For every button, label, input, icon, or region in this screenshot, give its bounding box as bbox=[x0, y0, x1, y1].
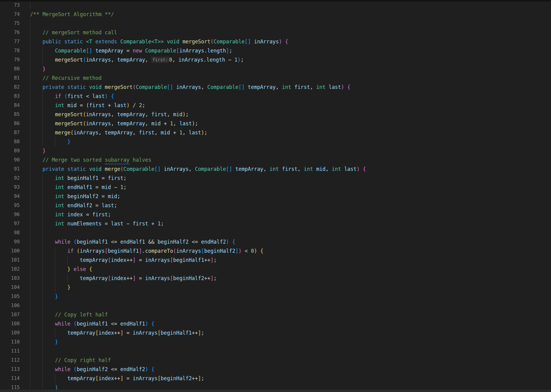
code-line[interactable]: 76 // mergeSort method call bbox=[0, 28, 551, 37]
code-line-content[interactable]: // Merge two sorted subarray halves bbox=[30, 155, 151, 164]
line-number[interactable]: 112 bbox=[0, 356, 20, 365]
code-line[interactable]: 82 private static void mergeSort(Compara… bbox=[0, 83, 551, 92]
code-line-content[interactable]: // Copy left half bbox=[30, 310, 108, 319]
code-line-content[interactable]: int numElements = last − first + 1; bbox=[30, 219, 164, 228]
code-line[interactable]: 101 tempArray[index++] = inArrays[beginH… bbox=[0, 255, 551, 265]
code-line-content[interactable]: } else { bbox=[30, 265, 92, 274]
code-line[interactable]: 107 // Copy left half bbox=[0, 310, 551, 319]
line-number[interactable]: 93 bbox=[0, 183, 20, 192]
code-line-content[interactable]: } bbox=[30, 283, 70, 292]
code-line[interactable]: 111 bbox=[0, 346, 551, 356]
code-line-content[interactable]: tempArray[index++] = inArrays[beginHalf1… bbox=[30, 255, 217, 265]
line-number[interactable]: 95 bbox=[0, 201, 20, 210]
code-line-content[interactable]: public static <T extends Comparable<T>> … bbox=[30, 37, 288, 46]
code-line-content[interactable]: private static void merge(Comparable[] i… bbox=[30, 164, 366, 174]
code-line-content[interactable]: } bbox=[30, 137, 70, 146]
code-line-content[interactable]: mergeSort(inArrays, tempArray, first:0, … bbox=[30, 55, 244, 64]
inlay-hint-parameter-name[interactable]: first: bbox=[151, 57, 169, 63]
code-line-content[interactable]: int endHalf2 = last; bbox=[30, 201, 117, 210]
code-line[interactable]: 99 while (beginHalf1 <= endHalf1 && begi… bbox=[0, 237, 551, 246]
code-line[interactable]: 104 } bbox=[0, 283, 551, 292]
line-number[interactable]: 109 bbox=[0, 328, 20, 337]
line-number[interactable]: 85 bbox=[0, 110, 20, 119]
code-line[interactable]: 112 // Copy right half bbox=[0, 356, 551, 365]
code-line[interactable]: 105 } bbox=[0, 292, 551, 301]
code-line[interactable]: 109 tempArray[index++] = inArrays[beginH… bbox=[0, 328, 551, 337]
code-line-content[interactable]: tempArray[index++] = inArrays[beginHalf1… bbox=[30, 328, 204, 337]
line-number[interactable]: 111 bbox=[0, 346, 20, 356]
code-line-content[interactable]: if (first < last) { bbox=[30, 92, 114, 101]
code-line[interactable]: 106 bbox=[0, 301, 551, 310]
line-number[interactable]: 87 bbox=[0, 128, 20, 137]
code-line-content[interactable]: int index = first; bbox=[30, 210, 111, 219]
code-line[interactable]: 83 if (first < last) { bbox=[0, 92, 551, 101]
line-number[interactable]: 76 bbox=[0, 28, 20, 37]
line-number[interactable]: 81 bbox=[0, 73, 20, 83]
code-line[interactable]: 84 int mid = (first + last) / 2; bbox=[0, 101, 551, 110]
line-number[interactable]: 98 bbox=[0, 228, 20, 237]
code-line[interactable]: 96 int index = first; bbox=[0, 210, 551, 219]
line-number[interactable]: 83 bbox=[0, 92, 20, 101]
line-number[interactable]: 77 bbox=[0, 37, 20, 46]
code-line-content[interactable]: } bbox=[30, 146, 46, 155]
code-line-content[interactable]: if (inArrays[beginHalf1].compareTo(inArr… bbox=[30, 246, 263, 255]
line-number[interactable]: 104 bbox=[0, 283, 20, 292]
line-number[interactable]: 105 bbox=[0, 292, 20, 301]
code-line-content[interactable]: int beginHalf1 = first; bbox=[30, 174, 126, 183]
code-line-content[interactable]: tempArray[index++] = inArrays[beginHalf2… bbox=[30, 374, 204, 383]
code-line[interactable]: 97 int numElements = last − first + 1; bbox=[0, 219, 551, 228]
code-line[interactable]: 77 public static <T extends Comparable<T… bbox=[0, 37, 551, 46]
line-number[interactable]: 97 bbox=[0, 219, 20, 228]
code-line-content[interactable]: while (beginHalf2 <= endHalf2) { bbox=[30, 365, 155, 374]
code-line[interactable]: 85 mergeSort(inArrays, tempArray, first,… bbox=[0, 110, 551, 119]
code-line-content[interactable]: merge(inArrays, tempArray, first, mid + … bbox=[30, 128, 207, 137]
code-line-content[interactable]: private static void mergeSort(Comparable… bbox=[30, 83, 351, 92]
code-line[interactable]: 95 int endHalf2 = last; bbox=[0, 201, 551, 210]
line-number[interactable]: 79 bbox=[0, 55, 20, 64]
code-line[interactable]: 86 mergeSort(inArrays, tempArray, mid + … bbox=[0, 119, 551, 128]
code-line-content[interactable]: int beginHalf2 = mid; bbox=[30, 192, 120, 201]
code-line[interactable]: 113 while (beginHalf2 <= endHalf2) { bbox=[0, 365, 551, 374]
line-number[interactable]: 114 bbox=[0, 374, 20, 383]
code-line-content[interactable]: // Copy right half bbox=[30, 356, 111, 365]
code-line-content[interactable]: while (beginHalf1 <= endHalf1 && beginHa… bbox=[30, 237, 235, 246]
code-line[interactable]: 73 bbox=[0, 1, 551, 10]
line-number[interactable]: 101 bbox=[0, 255, 20, 265]
line-number[interactable]: 78 bbox=[0, 46, 20, 55]
code-line[interactable]: 98 bbox=[0, 228, 551, 237]
code-line[interactable]: 94 int beginHalf2 = mid; bbox=[0, 192, 551, 201]
code-line[interactable]: 103 tempArray[index++] = inArrays[beginH… bbox=[0, 274, 551, 283]
code-line[interactable]: 108 while (beginHalf1 <= endHalf1) { bbox=[0, 319, 551, 328]
line-number[interactable]: 106 bbox=[0, 301, 20, 310]
code-line[interactable]: 92 int beginHalf1 = first; bbox=[0, 174, 551, 183]
code-line-content[interactable]: // mergeSort method call bbox=[30, 28, 117, 37]
line-number[interactable]: 91 bbox=[0, 164, 20, 174]
line-number[interactable]: 90 bbox=[0, 155, 20, 164]
code-line[interactable]: 110 } bbox=[0, 337, 551, 346]
line-number[interactable]: 86 bbox=[0, 119, 20, 128]
line-number[interactable]: 89 bbox=[0, 146, 20, 155]
line-number[interactable]: 102 bbox=[0, 265, 20, 274]
code-line[interactable]: 74/** MergeSort Algorithm **/ bbox=[0, 10, 551, 19]
code-line-content[interactable]: Comparable[] tempArray = new Comparable[… bbox=[30, 46, 232, 55]
code-line[interactable]: 79 mergeSort(inArrays, tempArray, first:… bbox=[0, 55, 551, 64]
code-line[interactable]: 89 } bbox=[0, 146, 551, 155]
line-number[interactable]: 80 bbox=[0, 64, 20, 73]
line-number[interactable]: 73 bbox=[0, 1, 20, 10]
line-number[interactable]: 94 bbox=[0, 192, 20, 201]
code-line[interactable]: 75 bbox=[0, 19, 551, 28]
code-line[interactable]: 91 private static void merge(Comparable[… bbox=[0, 164, 551, 174]
code-line[interactable]: 114 tempArray[index++] = inArrays[beginH… bbox=[0, 374, 551, 383]
code-line-content[interactable]: while (beginHalf1 <= endHalf1) { bbox=[30, 319, 155, 328]
code-line[interactable]: 87 merge(inArrays, tempArray, first, mid… bbox=[0, 128, 551, 137]
code-line-content[interactable]: int mid = (first + last) / 2; bbox=[30, 101, 145, 110]
code-line-content[interactable]: int endHalf1 = mid − 1; bbox=[30, 183, 126, 192]
code-line[interactable]: 88 } bbox=[0, 137, 551, 146]
code-line-content[interactable]: } bbox=[30, 64, 46, 73]
line-number[interactable]: 110 bbox=[0, 337, 20, 346]
code-editor[interactable]: 7374/** MergeSort Algorithm **/7576 // m… bbox=[0, 1, 551, 392]
line-number[interactable]: 100 bbox=[0, 246, 20, 255]
code-line[interactable]: 102 } else { bbox=[0, 265, 551, 274]
line-number[interactable]: 103 bbox=[0, 274, 20, 283]
code-line-content[interactable]: mergeSort(inArrays, tempArray, first, mi… bbox=[30, 110, 189, 119]
